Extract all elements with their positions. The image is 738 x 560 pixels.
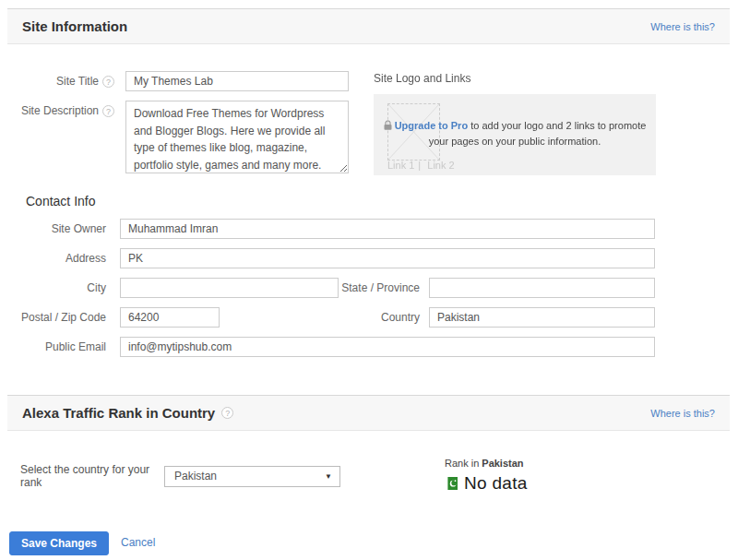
rank-value-row: No data [445,473,528,494]
site-information-title: Site Information [22,18,127,34]
site-settings-page: Site Information Where is this? Site Tit… [0,0,738,560]
site-description-row: Site Description ? Download Free Themes … [18,101,349,173]
postal-zip-label: Postal / Zip Code [18,311,106,324]
help-icon[interactable]: ? [221,407,233,419]
rank-in-label: Rank inPakistan [445,458,528,469]
where-is-this-link[interactable]: Where is this? [650,408,715,419]
link-divider: | [418,160,421,171]
upgrade-message: Upgrade to Pro to add your logo and 2 li… [383,118,647,149]
alexa-rank-title-text: Alexa Traffic Rank in Country [22,405,215,421]
save-changes-button[interactable]: Save Changes [9,531,109,555]
site-owner-row: Site Owner [18,219,655,239]
site-logo-links-label: Site Logo and Links [374,72,656,85]
site-logo-links-box: Upgrade to Pro to add your logo and 2 li… [374,94,656,175]
alexa-rank-header: Alexa Traffic Rank in Country ? Where is… [7,395,730,431]
country-select-row: Select the country for your rank Pakista… [20,463,340,489]
help-icon[interactable]: ? [102,76,114,88]
help-icon[interactable]: ? [102,105,114,117]
pakistan-flag-icon [445,477,458,490]
site-logo-links-block: Site Logo and Links Upgrade to Pro to ad… [374,72,656,175]
link2-placeholder: Link 2 [427,160,454,171]
postal-country-row: Postal / Zip Code Country [18,307,655,328]
country-select-label: Select the country for your rank [20,463,157,489]
alexa-rank-title: Alexa Traffic Rank in Country ? [22,405,233,421]
country-select-dropdown[interactable]: Pakistan ▼ [164,466,340,487]
link1-placeholder: Link 1 [387,160,414,171]
address-label: Address [18,252,106,265]
public-email-row: Public Email [18,337,655,357]
site-title-label-group: Site Title ? [18,75,114,88]
public-email-label: Public Email [18,340,106,353]
upgrade-to-pro-link[interactable]: Upgrade to Pro [395,120,468,131]
cancel-link[interactable]: Cancel [121,536,155,549]
site-title-label: Site Title [56,75,99,88]
site-title-input[interactable] [125,71,349,91]
address-row: Address [18,248,655,268]
country-input[interactable] [429,307,655,328]
site-owner-input[interactable] [120,219,655,239]
rank-country: Pakistan [482,458,523,469]
chevron-down-icon: ▼ [325,467,332,486]
country-select-value: Pakistan [174,470,217,483]
state-province-input[interactable] [429,278,655,298]
country-label: Country [220,311,420,324]
contact-info-heading: Contact Info [26,194,96,209]
site-description-label-group: Site Description ? [18,101,114,117]
link-slots: Link 1| Link 2 [387,160,458,171]
city-input[interactable] [120,278,339,298]
contact-form: Site Owner Address City State / Province… [18,219,655,357]
city-label: City [18,281,106,294]
rank-value: No data [464,473,528,494]
site-information-header: Site Information Where is this? [7,8,730,44]
address-input[interactable] [120,248,655,268]
state-province-label: State / Province [339,281,420,294]
postal-zip-input[interactable] [120,307,220,328]
site-description-label: Site Description [21,104,99,117]
city-state-row: City State / Province [18,278,655,298]
where-is-this-link[interactable]: Where is this? [650,21,715,32]
site-owner-label: Site Owner [18,222,106,235]
rank-result-block: Rank inPakistan No data [445,458,528,494]
site-title-row: Site Title ? [18,71,349,91]
lock-icon [384,121,392,132]
rank-prefix: Rank in [445,458,479,469]
site-description-textarea[interactable]: Download Free Themes for Wordpress and B… [125,101,349,173]
public-email-input[interactable] [120,337,655,357]
